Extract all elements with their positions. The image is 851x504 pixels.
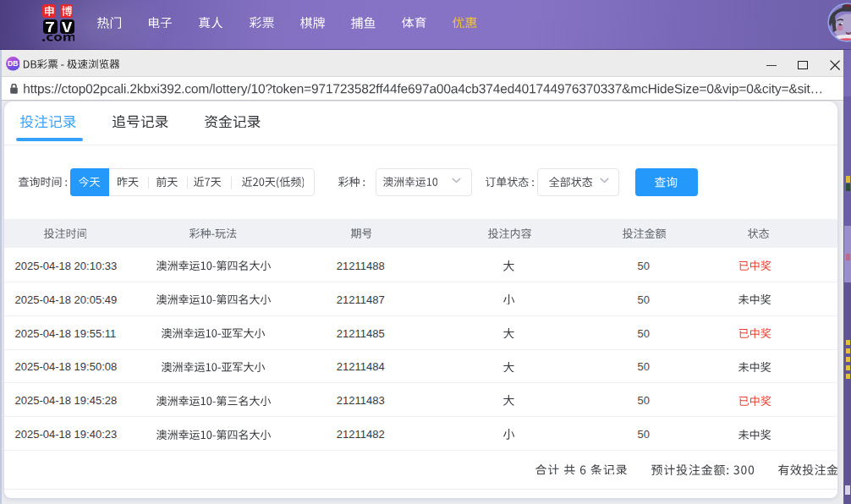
svg-text:DB: DB [8, 59, 18, 68]
